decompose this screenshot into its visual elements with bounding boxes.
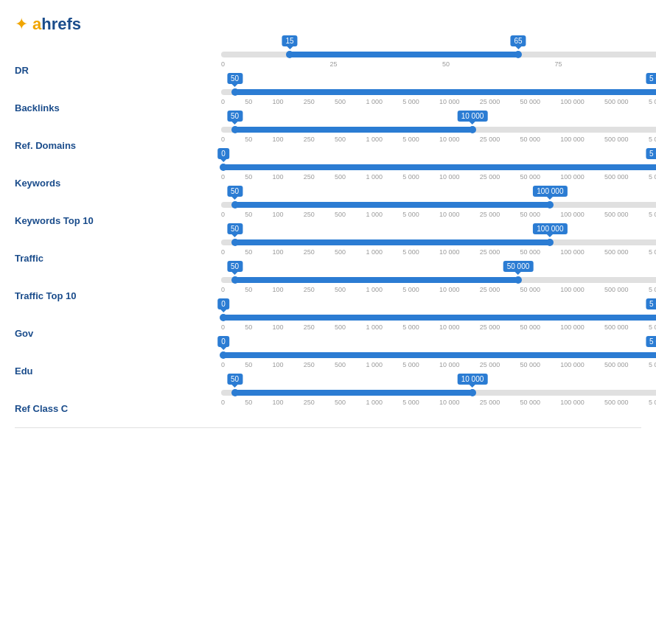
axis-tick: 500 (335, 211, 346, 218)
slider-min-label-backlinks: 50 (227, 73, 242, 84)
slider-max-thumb-dr[interactable] (514, 51, 522, 58)
filter-block-traffic-top10: Traffic Top 105050 0000501002505001 0005… (15, 277, 641, 301)
axis-tick: 25 000 (480, 136, 500, 143)
axis-tick: 5 000 000 (649, 173, 656, 181)
axis-tick: 100 000 (560, 98, 585, 105)
slider-max-label-ref-class-c: 10 000 (458, 374, 488, 385)
slider-max-thumb-keywords-top10[interactable] (546, 201, 554, 209)
axis-ticks-dr: 0255075100 (221, 60, 656, 68)
slider-fill-keywords (223, 164, 656, 170)
axis-tick: 5 000 000 (649, 211, 656, 218)
axis-tick: 10 000 (439, 286, 460, 293)
axis-tick: 50 (245, 136, 252, 143)
axis-tick: 50 (245, 173, 252, 181)
slider-track-traffic: 50100 000 (221, 239, 656, 245)
axis-tick: 5 000 (402, 136, 419, 143)
slider-min-thumb-keywords-top10[interactable] (231, 201, 239, 209)
slider-max-label-ref-domains: 10 000 (458, 111, 488, 122)
slider-wrapper-backlinks: 505 000 000 +0501002505001 0005 00010 00… (118, 89, 656, 107)
slider-track-edu: 05 000 000 + (221, 352, 656, 358)
slider-container-traffic-top10[interactable]: 5050 0000501002505001 0005 00010 00025 0… (221, 277, 656, 293)
axis-tick: 250 (304, 136, 315, 143)
axis-tick: 100 (273, 98, 284, 105)
slider-container-ref-class-c[interactable]: 5010 0000501002505001 0005 00010 00025 0… (221, 390, 656, 406)
slider-track-ref-domains: 5010 000 (221, 127, 656, 133)
filter-block-traffic: Traffic50100 0000501002505001 0005 00010… (15, 239, 641, 264)
slider-container-gov[interactable]: 05 000 000 +0501002505001 0005 00010 000… (221, 315, 656, 331)
axis-ticks-traffic-top10: 0501002505001 0005 00010 00025 00050 000… (221, 286, 656, 293)
axis-tick: 1 000 (366, 399, 383, 406)
filter-label-ref-class-c: Ref Class C (15, 390, 118, 414)
slider-wrapper-traffic-top10: 5050 0000501002505001 0005 00010 00025 0… (118, 277, 656, 295)
axis-tick: 500 (335, 323, 346, 331)
slider-wrapper-ref-domains: 5010 0000501002505001 0005 00010 00025 0… (118, 127, 656, 144)
axis-tick: 50 (245, 399, 252, 406)
axis-tick: 25 000 (480, 248, 500, 256)
slider-min-thumb-edu[interactable] (220, 351, 227, 359)
slider-min-thumb-dr[interactable] (286, 51, 293, 58)
axis-ticks-keywords-top10: 0501002505001 0005 00010 00025 00050 000… (221, 211, 656, 218)
axis-tick: 10 000 (439, 248, 460, 256)
axis-tick: 500 (335, 286, 346, 293)
slider-track-keywords: 05 000 000 + (221, 164, 656, 170)
axis-tick: 50 (245, 361, 252, 368)
axis-tick: 25 000 (480, 286, 500, 293)
filter-label-traffic: Traffic (15, 239, 118, 264)
axis-tick: 1 000 (366, 136, 383, 143)
filter-block-edu: Edu05 000 000 +0501002505001 0005 00010 … (15, 352, 641, 377)
slider-min-thumb-traffic[interactable] (231, 239, 239, 246)
slider-wrapper-keywords-top10: 50100 0000501002505001 0005 00010 00025 … (118, 202, 656, 220)
slider-fill-backlinks (235, 89, 656, 95)
filter-block-gov: Gov05 000 000 +0501002505001 0005 00010 … (15, 315, 641, 339)
slider-container-backlinks[interactable]: 505 000 000 +0501002505001 0005 00010 00… (221, 89, 656, 105)
logo-area: ✦ ahrefs (15, 15, 641, 34)
axis-tick: 100 (273, 361, 284, 368)
axis-tick: 0 (221, 173, 225, 181)
axis-tick: 10 000 (439, 399, 460, 406)
slider-min-thumb-gov[interactable] (220, 314, 227, 321)
slider-container-edu[interactable]: 05 000 000 +0501002505001 0005 00010 000… (221, 352, 656, 368)
slider-min-thumb-ref-domains[interactable] (231, 126, 239, 133)
axis-tick: 25 000 (480, 211, 500, 218)
slider-max-thumb-traffic[interactable] (546, 239, 554, 246)
axis-tick: 100 000 (560, 173, 585, 181)
slider-container-traffic[interactable]: 50100 0000501002505001 0005 00010 00025 … (221, 239, 656, 256)
logo-icon: ✦ (15, 15, 28, 34)
slider-max-thumb-traffic-top10[interactable] (514, 276, 522, 284)
slider-min-thumb-traffic-top10[interactable] (231, 276, 239, 284)
axis-tick: 0 (221, 323, 225, 331)
axis-tick: 50 000 (520, 399, 541, 406)
slider-container-keywords-top10[interactable]: 50100 0000501002505001 0005 00010 00025 … (221, 202, 656, 218)
slider-container-dr[interactable]: 15650255075100 (221, 52, 656, 68)
axis-tick: 250 (304, 286, 315, 293)
axis-tick: 5 000 (402, 173, 419, 181)
axis-tick: 5 000 (402, 286, 419, 293)
slider-min-label-dr: 15 (282, 35, 297, 46)
axis-tick: 50 (245, 98, 252, 105)
filter-label-keywords-top10: Keywords Top 10 (15, 202, 118, 226)
slider-min-thumb-backlinks[interactable] (231, 88, 239, 96)
axis-ticks-gov: 0501002505001 0005 00010 00025 00050 000… (221, 323, 656, 331)
axis-tick: 100 000 (560, 286, 585, 293)
slider-container-ref-domains[interactable]: 5010 0000501002505001 0005 00010 00025 0… (221, 127, 656, 143)
slider-min-thumb-ref-class-c[interactable] (231, 389, 239, 396)
axis-tick: 1 000 (366, 173, 383, 181)
axis-tick: 500 (335, 98, 346, 105)
slider-min-thumb-keywords[interactable] (220, 164, 227, 171)
axis-tick: 5 000 (402, 399, 419, 406)
slider-fill-ref-class-c (235, 390, 472, 396)
slider-min-label-keywords: 0 (217, 148, 229, 159)
axis-tick: 100 000 (560, 361, 585, 368)
slider-max-thumb-ref-domains[interactable] (469, 126, 476, 133)
axis-tick: 100 000 (560, 399, 585, 406)
axis-tick: 100 (273, 173, 284, 181)
slider-max-thumb-ref-class-c[interactable] (469, 389, 476, 396)
slider-max-label-dr: 65 (510, 35, 526, 46)
filter-label-keywords: Keywords (15, 164, 118, 189)
axis-tick: 5 000 (402, 323, 419, 331)
slider-max-label-backlinks: 5 000 000 + (646, 73, 656, 84)
axis-tick: 500 (335, 248, 346, 256)
slider-container-keywords[interactable]: 05 000 000 +0501002505001 0005 00010 000… (221, 164, 656, 181)
axis-tick: 5 000 000 (649, 399, 656, 406)
slider-fill-edu (223, 352, 656, 358)
